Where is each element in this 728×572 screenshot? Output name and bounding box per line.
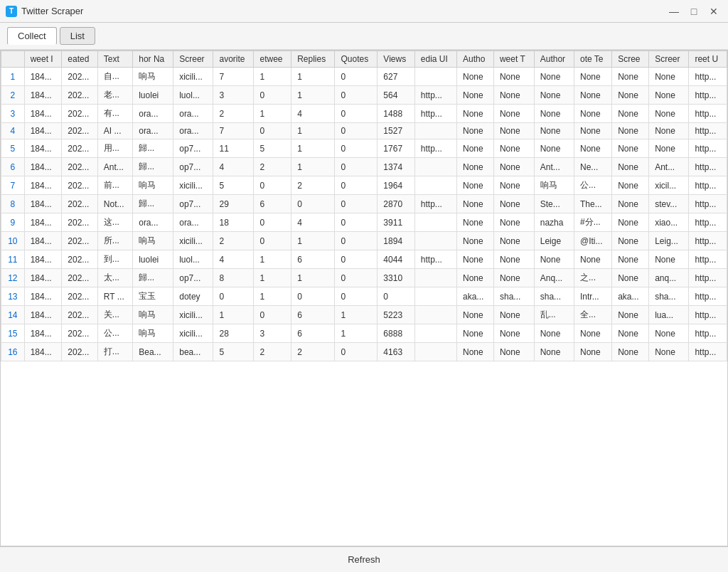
table-row: 11184...202...到...luoleiluol...41604044h… xyxy=(1,250,727,269)
cell-retweets: 1 xyxy=(254,105,291,123)
cell-tweet-url: http... xyxy=(689,195,727,213)
cell-media-url xyxy=(414,232,456,250)
cell-scree2: None xyxy=(612,176,649,195)
cell-retweets: 0 xyxy=(254,86,291,105)
cell-note-text: None xyxy=(574,123,611,139)
cell-quotes: 0 xyxy=(335,139,378,158)
cell-created: 202... xyxy=(62,213,98,232)
cell-screen: op7... xyxy=(173,158,213,176)
row-num: 14 xyxy=(1,306,25,324)
cell-created: 202... xyxy=(62,287,98,306)
table-row: 10184...202...所...响马xicili...20101894Non… xyxy=(1,232,727,250)
cell-scree2: None xyxy=(612,269,649,287)
cell-replies: 1 xyxy=(291,269,335,287)
cell-quotes: 0 xyxy=(335,343,378,361)
cell-screen: xicili... xyxy=(173,68,213,86)
cell-quotes: 1 xyxy=(335,306,378,324)
table-row: 3184...202...有...ora...ora...21401488htt… xyxy=(1,105,727,123)
cell-author2: None xyxy=(534,343,574,361)
cell-screen2: None xyxy=(649,105,689,123)
cell-media-url xyxy=(414,176,456,195)
collect-tab[interactable]: Collect xyxy=(7,27,57,45)
maximize-button[interactable]: □ xyxy=(685,3,702,20)
cell-quotes: 0 xyxy=(335,176,378,195)
cell-quotes: 0 xyxy=(335,123,378,139)
cell-retweets: 1 xyxy=(254,269,291,287)
cell-favorites: 5 xyxy=(213,176,254,195)
cell-tweet-t: None xyxy=(493,306,534,324)
cell-tweet-t: None xyxy=(493,269,534,287)
cell-note-text: None xyxy=(574,139,611,158)
col-header-scree2: Scree xyxy=(612,51,649,68)
cell-author2: Anq... xyxy=(534,269,574,287)
cell-views: 4163 xyxy=(378,343,414,361)
cell-media-url: http... xyxy=(414,86,456,105)
cell-favorites: 4 xyxy=(213,250,254,269)
cell-quotes: 1 xyxy=(335,324,378,343)
cell-author2: None xyxy=(534,68,574,86)
data-table: weet I eated Text hor Na Screer avorite … xyxy=(1,51,727,361)
cell-tweet-id: 184... xyxy=(24,250,62,269)
cell-text: 打... xyxy=(97,343,132,361)
cell-tweet-url: http... xyxy=(689,306,727,324)
title-bar: T Twitter Scraper — □ ✕ xyxy=(0,0,728,23)
cell-tweet-url: http... xyxy=(689,287,727,306)
table-row: 16184...202...打...Bea...bea...52204163No… xyxy=(1,343,727,361)
close-button[interactable]: ✕ xyxy=(705,3,722,20)
cell-replies: 0 xyxy=(291,287,335,306)
cell-favorites: 29 xyxy=(213,195,254,213)
cell-author: None xyxy=(456,105,493,123)
cell-favorites: 0 xyxy=(213,287,254,306)
cell-media-url xyxy=(414,306,456,324)
cell-media-url xyxy=(414,213,456,232)
cell-replies: 6 xyxy=(291,306,335,324)
cell-retweets: 6 xyxy=(254,195,291,213)
cell-media-url: http... xyxy=(414,195,456,213)
cell-tweet-id: 184... xyxy=(24,324,62,343)
cell-retweets: 2 xyxy=(254,158,291,176)
cell-replies: 1 xyxy=(291,139,335,158)
cell-views: 1527 xyxy=(378,123,414,139)
col-header-text: Text xyxy=(97,51,132,68)
cell-tweet-url: http... xyxy=(689,68,727,86)
cell-screen2: Ant... xyxy=(649,158,689,176)
col-header-quotes: Quotes xyxy=(335,51,378,68)
list-tab[interactable]: List xyxy=(60,27,95,45)
row-num: 8 xyxy=(1,195,25,213)
cell-screen2: anq... xyxy=(649,269,689,287)
cell-screen2: sha... xyxy=(649,287,689,306)
cell-media-url xyxy=(414,343,456,361)
cell-retweets: 2 xyxy=(254,343,291,361)
cell-media-url xyxy=(414,68,456,86)
cell-retweets: 0 xyxy=(254,176,291,195)
row-num: 16 xyxy=(1,343,25,361)
cell-tweet-id: 184... xyxy=(24,195,62,213)
minimize-button[interactable]: — xyxy=(665,3,682,20)
cell-tweet-t: None xyxy=(493,68,534,86)
cell-author: None xyxy=(456,324,493,343)
cell-favorites: 2 xyxy=(213,232,254,250)
cell-views: 627 xyxy=(378,68,414,86)
cell-text: 这... xyxy=(97,213,132,232)
cell-tweet-id: 184... xyxy=(24,86,62,105)
cell-author2: Ant... xyxy=(534,158,574,176)
cell-replies: 4 xyxy=(291,105,335,123)
cell-author2: 乱... xyxy=(534,306,574,324)
cell-views: 3911 xyxy=(378,213,414,232)
cell-tweet-url: http... xyxy=(689,158,727,176)
cell-note-text: None xyxy=(574,68,611,86)
cell-scree2: None xyxy=(612,343,649,361)
cell-tweet-t: None xyxy=(493,195,534,213)
cell-author-name: 歸... xyxy=(133,195,173,213)
table-container[interactable]: weet I eated Text hor Na Screer avorite … xyxy=(0,50,728,546)
cell-retweets: 1 xyxy=(254,68,291,86)
col-header-num xyxy=(1,51,25,68)
row-num: 7 xyxy=(1,176,25,195)
cell-quotes: 0 xyxy=(335,232,378,250)
cell-text: 到... xyxy=(97,250,132,269)
cell-screen: op7... xyxy=(173,269,213,287)
toolbar: Collect List xyxy=(0,23,728,50)
refresh-button[interactable]: Refresh xyxy=(336,551,392,568)
cell-replies: 6 xyxy=(291,250,335,269)
row-num: 15 xyxy=(1,324,25,343)
